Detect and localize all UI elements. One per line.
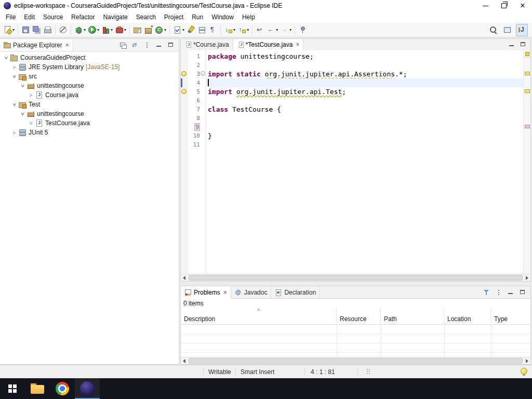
open-perspective-button[interactable] <box>502 24 513 36</box>
collapse-arrow-icon[interactable]: > <box>19 110 26 118</box>
menu-refactor[interactable]: Refactor <box>67 11 99 23</box>
code-text[interactable]: import static org.junit.jupiter.api.Asse… <box>206 70 523 78</box>
menu-help[interactable]: Help <box>238 11 259 23</box>
forward-button[interactable]: ▾ <box>279 24 292 36</box>
maximize-icon[interactable] <box>167 41 175 49</box>
code-editor[interactable]: 1package unittestingcourse;23-import sta… <box>181 50 530 274</box>
scroll-right-arrow-icon[interactable] <box>523 274 530 281</box>
tab-problems[interactable]: Problems× <box>181 286 231 299</box>
warning-icon[interactable] <box>181 89 187 94</box>
close-window-button[interactable]: × <box>513 0 532 11</box>
last-edit-location-button[interactable] <box>255 24 265 36</box>
code-line[interactable]: 7class TestCourse { <box>181 105 523 114</box>
code-text[interactable] <box>206 123 523 131</box>
code-text[interactable] <box>206 61 523 70</box>
java-perspective-button[interactable] <box>516 24 528 36</box>
tab-javadoc[interactable]: Javadoc <box>231 286 272 298</box>
dropdown-arrow-icon[interactable]: ▾ <box>111 28 113 32</box>
dropdown-arrow-icon[interactable]: ▾ <box>12 28 15 32</box>
next-annotation-button[interactable]: ▾ <box>223 24 236 36</box>
view-menu-icon[interactable] <box>495 288 503 297</box>
show-whitespace-button[interactable] <box>207 24 218 36</box>
minimize-editor-icon[interactable] <box>508 41 516 49</box>
dropdown-arrow-icon[interactable]: ▾ <box>289 28 291 32</box>
dropdown-arrow-icon[interactable]: ▾ <box>124 28 126 32</box>
view-menu-icon[interactable] <box>143 41 151 49</box>
column-header-resource[interactable]: Resource <box>337 308 381 324</box>
collapse-arrow-icon[interactable]: > <box>10 101 18 109</box>
debug-button[interactable]: ▾ <box>73 24 87 36</box>
code-text[interactable] <box>206 78 523 87</box>
tree-item-unittestingcourse[interactable]: >unittestingcourse <box>0 81 179 90</box>
restore-window-button[interactable] <box>495 0 513 11</box>
overview-change-mark[interactable] <box>525 125 530 128</box>
column-header-description[interactable]: Description^ <box>181 308 337 324</box>
code-line[interactable]: 6 <box>181 96 523 105</box>
editor-tab-testcourse-java[interactable]: *TestCourse.java× <box>233 39 304 51</box>
tree-item-jre-system-library[interactable]: >JRE System Library[JavaSE-15] <box>0 62 179 72</box>
pin-editor-button[interactable] <box>297 24 308 36</box>
taskbar-chrome[interactable] <box>50 378 75 399</box>
code-line[interactable]: 5import org.junit.jupiter.api.Test; <box>181 87 523 96</box>
scroll-left-arrow-icon[interactable] <box>181 274 188 281</box>
code-text[interactable]: class TestCourse { <box>206 105 523 114</box>
back-button[interactable]: ▾ <box>265 24 279 36</box>
link-with-editor-icon[interactable] <box>131 41 139 49</box>
expand-arrow-icon[interactable]: > <box>27 119 35 127</box>
maximize-icon[interactable] <box>518 288 527 297</box>
code-text[interactable]: } <box>206 131 523 140</box>
dropdown-arrow-icon[interactable]: ▾ <box>276 28 278 32</box>
previous-annotation-button[interactable]: ▾ <box>236 24 250 36</box>
statusbar-drag-handle[interactable] <box>367 369 368 370</box>
new-wizard-button[interactable]: ▾ <box>2 24 16 36</box>
maximize-editor-icon[interactable] <box>519 41 527 49</box>
menu-window[interactable]: Window <box>207 11 238 23</box>
open-task-button[interactable]: ▾ <box>172 24 185 36</box>
tree-item-course-java[interactable]: >Course.java <box>0 90 179 100</box>
dropdown-arrow-icon[interactable]: ▾ <box>233 28 235 32</box>
tree-item-courseraguidedproject[interactable]: >CourseraGuidedProject <box>0 53 179 62</box>
code-line[interactable]: 4 <box>181 78 523 87</box>
expand-arrow-icon[interactable]: > <box>27 91 35 99</box>
coverage-button[interactable]: ▾ <box>100 24 114 36</box>
menu-search[interactable]: Search <box>132 11 160 23</box>
new-java-package-button[interactable] <box>143 24 154 36</box>
dropdown-arrow-icon[interactable]: ▾ <box>97 28 99 32</box>
code-text[interactable] <box>206 140 523 149</box>
collapse-arrow-icon[interactable]: > <box>2 54 10 62</box>
scrollbar-thumb[interactable] <box>189 358 523 364</box>
menu-file[interactable]: File <box>2 11 20 23</box>
close-tab-icon[interactable]: × <box>296 42 299 48</box>
code-text[interactable] <box>206 96 523 105</box>
code-line[interactable]: 3-import static org.junit.jupiter.api.As… <box>181 70 523 78</box>
save-all-button[interactable] <box>31 24 42 36</box>
overview-ruler[interactable] <box>523 50 530 274</box>
search-button[interactable] <box>488 24 499 36</box>
tree-item-junit-5[interactable]: >JUnit 5 <box>0 128 179 137</box>
code-line[interactable]: 8 <box>181 114 523 123</box>
skip-all-breakpoints-button[interactable] <box>58 24 69 36</box>
dropdown-arrow-icon[interactable]: ▾ <box>164 28 166 32</box>
code-text[interactable]: import org.junit.jupiter.api.Test; <box>206 87 523 96</box>
code-line[interactable]: 9 <box>181 123 523 131</box>
dropdown-arrow-icon[interactable]: ▾ <box>182 28 184 32</box>
expand-arrow-icon[interactable]: > <box>10 63 18 71</box>
menu-project[interactable]: Project <box>160 11 188 23</box>
mark-occurrences-button[interactable] <box>185 24 196 36</box>
overview-warning-mark[interactable] <box>525 89 530 93</box>
menu-edit[interactable]: Edit <box>20 11 39 23</box>
column-header-type[interactable]: Type <box>491 308 530 324</box>
menu-run[interactable]: Run <box>188 11 207 23</box>
collapse-arrow-icon[interactable]: > <box>10 73 18 81</box>
run-button[interactable]: ▾ <box>87 24 100 36</box>
code-text[interactable] <box>206 114 523 123</box>
editor-horizontal-scrollbar[interactable] <box>181 274 530 281</box>
minimize-icon[interactable] <box>155 41 163 49</box>
minimize-icon[interactable] <box>507 288 515 297</box>
editor-tab-course-java[interactable]: *Course.java <box>181 39 233 50</box>
warning-icon[interactable] <box>181 71 187 76</box>
show-selected-element-button[interactable] <box>196 24 207 36</box>
taskbar-eclipse[interactable] <box>75 378 100 399</box>
tree-item-test[interactable]: >Test <box>0 100 179 109</box>
close-tab-icon[interactable]: × <box>223 289 227 296</box>
